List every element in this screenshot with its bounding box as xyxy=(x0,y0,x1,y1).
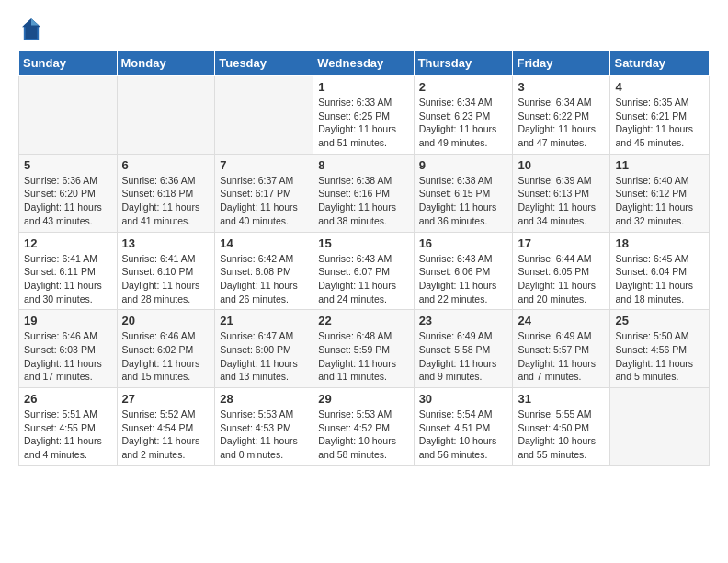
calendar-cell: 25Sunrise: 5:50 AM Sunset: 4:56 PM Dayli… xyxy=(610,310,710,388)
calendar-cell: 17Sunrise: 6:44 AM Sunset: 6:05 PM Dayli… xyxy=(513,232,610,310)
weekday-header-wednesday: Wednesday xyxy=(313,51,414,76)
calendar-week-1: 1Sunrise: 6:33 AM Sunset: 6:25 PM Daylig… xyxy=(19,76,710,155)
calendar-table: SundayMondayTuesdayWednesdayThursdayFrid… xyxy=(18,50,710,466)
day-content: Sunrise: 6:46 AM Sunset: 6:02 PM Dayligh… xyxy=(122,329,210,384)
day-number: 23 xyxy=(419,314,508,327)
day-content: Sunrise: 6:34 AM Sunset: 6:22 PM Dayligh… xyxy=(518,96,605,150)
day-content: Sunrise: 6:44 AM Sunset: 6:05 PM Dayligh… xyxy=(518,252,605,306)
day-number: 29 xyxy=(318,392,408,406)
day-number: 14 xyxy=(220,236,308,250)
day-content: Sunrise: 6:37 AM Sunset: 6:17 PM Dayligh… xyxy=(220,174,308,228)
day-number: 20 xyxy=(122,314,210,327)
day-content: Sunrise: 6:33 AM Sunset: 6:25 PM Dayligh… xyxy=(318,96,408,150)
weekday-header-thursday: Thursday xyxy=(414,51,513,76)
calendar-cell: 18Sunrise: 6:45 AM Sunset: 6:04 PM Dayli… xyxy=(610,232,710,310)
day-number: 6 xyxy=(122,158,210,172)
calendar-cell: 26Sunrise: 5:51 AM Sunset: 4:55 PM Dayli… xyxy=(19,388,118,466)
day-number: 28 xyxy=(220,392,308,406)
day-number: 16 xyxy=(419,236,508,250)
day-content: Sunrise: 6:47 AM Sunset: 6:00 PM Dayligh… xyxy=(220,329,308,384)
day-content: Sunrise: 5:50 AM Sunset: 4:56 PM Dayligh… xyxy=(615,329,704,384)
weekday-header-tuesday: Tuesday xyxy=(215,51,313,76)
day-content: Sunrise: 6:38 AM Sunset: 6:15 PM Dayligh… xyxy=(419,174,508,228)
calendar-week-5: 26Sunrise: 5:51 AM Sunset: 4:55 PM Dayli… xyxy=(19,388,710,466)
calendar-cell: 23Sunrise: 6:49 AM Sunset: 5:58 PM Dayli… xyxy=(414,310,513,388)
calendar-cell: 24Sunrise: 6:49 AM Sunset: 5:57 PM Dayli… xyxy=(513,310,610,388)
calendar-cell xyxy=(215,76,313,155)
day-number: 26 xyxy=(24,392,112,406)
day-number: 21 xyxy=(220,314,308,327)
day-content: Sunrise: 6:38 AM Sunset: 6:16 PM Dayligh… xyxy=(318,174,408,228)
day-number: 2 xyxy=(419,80,508,94)
day-number: 31 xyxy=(518,392,605,406)
calendar-cell: 3Sunrise: 6:34 AM Sunset: 6:22 PM Daylig… xyxy=(513,76,610,155)
weekday-header-row: SundayMondayTuesdayWednesdayThursdayFrid… xyxy=(19,51,710,76)
day-number: 10 xyxy=(518,158,605,172)
calendar-cell: 19Sunrise: 6:46 AM Sunset: 6:03 PM Dayli… xyxy=(19,310,118,388)
day-content: Sunrise: 6:43 AM Sunset: 6:06 PM Dayligh… xyxy=(419,252,508,306)
calendar-week-4: 19Sunrise: 6:46 AM Sunset: 6:03 PM Dayli… xyxy=(19,310,710,388)
day-content: Sunrise: 5:54 AM Sunset: 4:51 PM Dayligh… xyxy=(419,408,508,462)
calendar-cell: 15Sunrise: 6:43 AM Sunset: 6:07 PM Dayli… xyxy=(313,232,414,310)
day-content: Sunrise: 6:34 AM Sunset: 6:23 PM Dayligh… xyxy=(419,96,508,150)
day-content: Sunrise: 6:43 AM Sunset: 6:07 PM Dayligh… xyxy=(318,252,408,306)
weekday-header-monday: Monday xyxy=(117,51,215,76)
day-content: Sunrise: 6:49 AM Sunset: 5:57 PM Dayligh… xyxy=(518,329,605,384)
day-number: 4 xyxy=(615,80,704,94)
calendar-cell: 28Sunrise: 5:53 AM Sunset: 4:53 PM Dayli… xyxy=(215,388,313,466)
calendar-cell: 9Sunrise: 6:38 AM Sunset: 6:15 PM Daylig… xyxy=(414,154,513,232)
day-number: 19 xyxy=(24,314,112,327)
day-content: Sunrise: 5:55 AM Sunset: 4:50 PM Dayligh… xyxy=(518,408,605,462)
calendar-cell xyxy=(19,76,118,155)
day-number: 8 xyxy=(318,158,408,172)
day-number: 1 xyxy=(318,80,408,94)
calendar-cell: 16Sunrise: 6:43 AM Sunset: 6:06 PM Dayli… xyxy=(414,232,513,310)
day-number: 13 xyxy=(122,236,210,250)
day-content: Sunrise: 6:35 AM Sunset: 6:21 PM Dayligh… xyxy=(615,96,704,150)
calendar-wrapper: SundayMondayTuesdayWednesdayThursdayFrid… xyxy=(0,50,728,476)
day-number: 15 xyxy=(318,236,408,250)
svg-marker-2 xyxy=(31,18,39,25)
day-content: Sunrise: 6:40 AM Sunset: 6:12 PM Dayligh… xyxy=(615,174,704,228)
day-content: Sunrise: 5:51 AM Sunset: 4:55 PM Dayligh… xyxy=(24,408,112,462)
day-content: Sunrise: 6:49 AM Sunset: 5:58 PM Dayligh… xyxy=(419,329,508,384)
calendar-cell: 4Sunrise: 6:35 AM Sunset: 6:21 PM Daylig… xyxy=(610,76,710,155)
calendar-cell: 30Sunrise: 5:54 AM Sunset: 4:51 PM Dayli… xyxy=(414,388,513,466)
day-content: Sunrise: 6:46 AM Sunset: 6:03 PM Dayligh… xyxy=(24,329,112,384)
day-number: 18 xyxy=(615,236,704,250)
weekday-header-sunday: Sunday xyxy=(19,51,118,76)
day-number: 17 xyxy=(518,236,605,250)
day-number: 9 xyxy=(419,158,508,172)
calendar-cell: 12Sunrise: 6:41 AM Sunset: 6:11 PM Dayli… xyxy=(19,232,118,310)
day-content: Sunrise: 6:39 AM Sunset: 6:13 PM Dayligh… xyxy=(518,174,605,228)
calendar-cell: 22Sunrise: 6:48 AM Sunset: 5:59 PM Dayli… xyxy=(313,310,414,388)
calendar-cell: 27Sunrise: 5:52 AM Sunset: 4:54 PM Dayli… xyxy=(117,388,215,466)
calendar-cell: 31Sunrise: 5:55 AM Sunset: 4:50 PM Dayli… xyxy=(513,388,610,466)
day-content: Sunrise: 6:36 AM Sunset: 6:20 PM Dayligh… xyxy=(24,174,112,228)
day-content: Sunrise: 6:41 AM Sunset: 6:11 PM Dayligh… xyxy=(24,252,112,306)
calendar-cell xyxy=(610,388,710,466)
day-content: Sunrise: 6:36 AM Sunset: 6:18 PM Dayligh… xyxy=(122,174,210,228)
logo xyxy=(22,17,42,42)
calendar-cell: 20Sunrise: 6:46 AM Sunset: 6:02 PM Dayli… xyxy=(117,310,215,388)
calendar-cell: 2Sunrise: 6:34 AM Sunset: 6:23 PM Daylig… xyxy=(414,76,513,155)
day-content: Sunrise: 6:48 AM Sunset: 5:59 PM Dayligh… xyxy=(318,329,408,384)
calendar-cell: 10Sunrise: 6:39 AM Sunset: 6:13 PM Dayli… xyxy=(513,154,610,232)
day-content: Sunrise: 5:53 AM Sunset: 4:53 PM Dayligh… xyxy=(220,408,308,462)
calendar-cell: 13Sunrise: 6:41 AM Sunset: 6:10 PM Dayli… xyxy=(117,232,215,310)
calendar-cell: 14Sunrise: 6:42 AM Sunset: 6:08 PM Dayli… xyxy=(215,232,313,310)
day-number: 27 xyxy=(122,392,210,406)
calendar-cell: 5Sunrise: 6:36 AM Sunset: 6:20 PM Daylig… xyxy=(19,154,118,232)
weekday-header-friday: Friday xyxy=(513,51,610,76)
day-number: 22 xyxy=(318,314,408,327)
calendar-cell xyxy=(117,76,215,155)
day-content: Sunrise: 6:41 AM Sunset: 6:10 PM Dayligh… xyxy=(122,252,210,306)
day-content: Sunrise: 6:45 AM Sunset: 6:04 PM Dayligh… xyxy=(615,252,704,306)
day-number: 12 xyxy=(24,236,112,250)
day-number: 5 xyxy=(24,158,112,172)
page-header xyxy=(0,0,728,50)
day-number: 3 xyxy=(518,80,605,94)
calendar-week-2: 5Sunrise: 6:36 AM Sunset: 6:20 PM Daylig… xyxy=(19,154,710,232)
day-number: 25 xyxy=(615,314,704,327)
weekday-header-saturday: Saturday xyxy=(610,51,710,76)
